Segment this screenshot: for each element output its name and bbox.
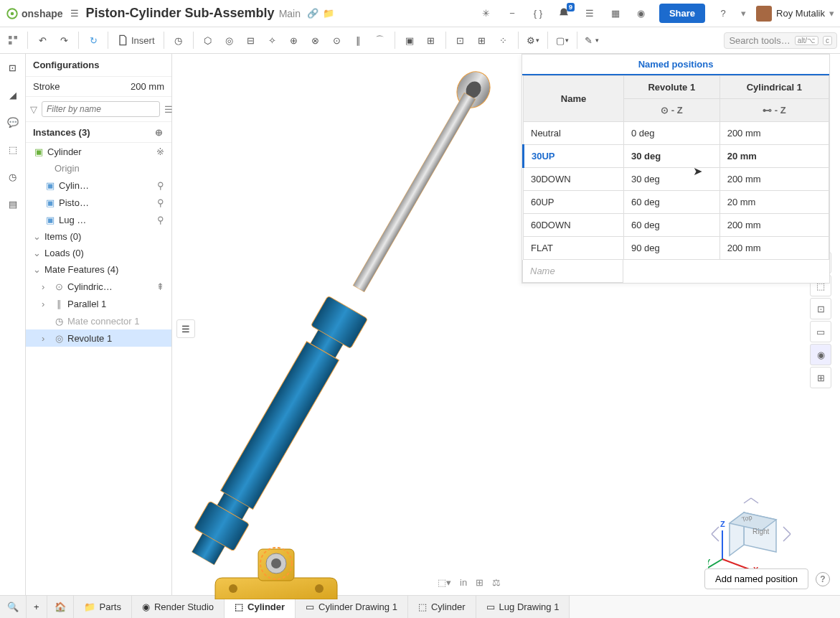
svg-rect-2 bbox=[9, 36, 12, 39]
mate-features-section[interactable]: ⌄ Mate Features (4) bbox=[26, 261, 171, 278]
help-icon[interactable]: ? bbox=[715, 6, 731, 22]
snap-icon[interactable]: ⊡ bbox=[450, 30, 471, 50]
display-icon[interactable]: ▢▾ bbox=[552, 30, 572, 50]
slider-mate-icon[interactable]: ⊟ bbox=[241, 30, 261, 50]
tab-add-icon[interactable]: + bbox=[27, 596, 47, 618]
document-title[interactable]: Piston-Cylinder Sub-Assembly bbox=[86, 6, 275, 21]
undo-icon[interactable]: ↶ bbox=[32, 30, 52, 50]
part-piston[interactable]: ▣ Pisto… ⚲ bbox=[26, 194, 171, 211]
connector-icon: ◷ bbox=[53, 315, 65, 327]
pattern-icon[interactable]: ⁘ bbox=[494, 30, 514, 50]
table-row[interactable]: Neutral0 deg200 mm bbox=[524, 122, 829, 145]
cube-icon[interactable]: ⬡ bbox=[198, 30, 218, 50]
help-icon[interactable]: ? bbox=[816, 572, 830, 586]
table-row[interactable]: 30DOWN30 deg200 mm bbox=[524, 168, 829, 191]
units-icon[interactable]: in bbox=[460, 577, 467, 588]
clock-icon[interactable]: ◷ bbox=[169, 30, 189, 50]
tab-home-icon[interactable]: 🏠 bbox=[47, 596, 74, 618]
mate-cylindrical[interactable]: › ⊙ Cylindric… ⇞ bbox=[26, 278, 171, 295]
bug-icon[interactable]: ✳ bbox=[478, 6, 494, 22]
help-dropdown-icon[interactable]: ▾ bbox=[741, 8, 746, 19]
instance-cylinder[interactable]: ▣ Cylinder ※ bbox=[26, 143, 171, 160]
items-section[interactable]: ⌄ Items (0) bbox=[26, 228, 171, 245]
graphics-canvas[interactable]: ☰ bbox=[172, 54, 840, 595]
tree-origin[interactable]: Origin bbox=[26, 160, 171, 177]
apps-icon[interactable]: ▦ bbox=[608, 6, 623, 22]
svg-rect-10 bbox=[220, 342, 339, 510]
view-camera-icon[interactable]: ⊞ bbox=[810, 367, 831, 388]
revolute-mate-icon[interactable]: ◎ bbox=[220, 30, 240, 50]
dash-icon[interactable]: − bbox=[504, 6, 520, 22]
fixed-icon: ※ bbox=[156, 146, 164, 157]
brand-logo[interactable]: onshape bbox=[6, 7, 63, 20]
grid-icon[interactable]: ⊞ bbox=[476, 577, 483, 588]
relation-icon[interactable]: ⊞ bbox=[421, 30, 441, 50]
redo-icon[interactable]: ↷ bbox=[54, 30, 74, 50]
document-branch[interactable]: Main bbox=[279, 8, 301, 19]
header-bar: onshape ☰ Piston-Cylinder Sub-Assembly M… bbox=[0, 0, 840, 27]
add-instance-icon[interactable]: ⊕ bbox=[153, 126, 164, 138]
view-section-icon[interactable]: ⊡ bbox=[810, 298, 831, 319]
instances-section[interactable]: Instances (3) ⊕ bbox=[26, 122, 171, 143]
refresh-icon[interactable]: ↻ bbox=[83, 30, 103, 50]
cylindrical-icon: ⊙ bbox=[53, 281, 65, 292]
tab-parts[interactable]: 📁Parts bbox=[74, 596, 132, 618]
features-rail-icon[interactable]: ⊡ bbox=[5, 60, 21, 75]
search-tools-input[interactable]: Search tools… alt/⌥ c bbox=[724, 32, 837, 49]
folder-icon[interactable]: 📁 bbox=[321, 6, 336, 22]
link-icon[interactable]: 🔗 bbox=[305, 6, 321, 22]
pin-mate-icon[interactable]: ⊗ bbox=[306, 30, 326, 50]
sheet-rail-icon[interactable]: ▤ bbox=[5, 196, 21, 212]
drawing-icon: ▭ bbox=[306, 601, 314, 612]
tangent-mate-icon[interactable]: ⌒ bbox=[370, 30, 390, 50]
part-cylinder[interactable]: ▣ Cylin… ⚲ bbox=[26, 177, 171, 194]
user-name: Roy Mutalik bbox=[776, 8, 825, 19]
view-hide-icon[interactable]: ▭ bbox=[810, 321, 831, 342]
list-icon[interactable]: ☰ bbox=[582, 6, 598, 22]
mass-icon[interactable]: ⚖ bbox=[492, 577, 501, 588]
mate-revolute[interactable]: › ◎ Revolute 1 bbox=[26, 329, 171, 347]
add-named-position-button[interactable]: Add named position bbox=[704, 568, 808, 589]
cube-display-icon[interactable]: ⬚▾ bbox=[438, 577, 451, 588]
loads-section[interactable]: ⌄ Loads (0) bbox=[26, 245, 171, 261]
branch-icon[interactable]: { } bbox=[530, 6, 546, 22]
tab-search-icon[interactable]: 🔍 bbox=[0, 596, 27, 618]
ball-mate-icon[interactable]: ⊙ bbox=[327, 30, 347, 50]
view-shaded-icon[interactable]: ◉ bbox=[810, 344, 831, 365]
col-revolute: Revolute 1 bbox=[624, 76, 720, 99]
table-row[interactable]: 60UP60 deg20 mm bbox=[524, 191, 829, 214]
measure-icon[interactable]: ✎▾ bbox=[582, 30, 602, 50]
menu-icon[interactable]: ☰ bbox=[70, 8, 79, 19]
replicate-icon[interactable]: ⊞ bbox=[472, 30, 492, 50]
comments-rail-icon[interactable]: 💬 bbox=[5, 114, 21, 130]
new-position-name-input[interactable]: Name bbox=[522, 260, 623, 283]
group-icon[interactable]: ▣ bbox=[400, 30, 420, 50]
cylindrical-mate-icon[interactable]: ⊕ bbox=[284, 30, 304, 50]
part-icon: ▣ bbox=[44, 214, 56, 225]
stroke-config-row[interactable]: Stroke 200 mm bbox=[26, 77, 171, 97]
globe-icon[interactable]: ◉ bbox=[633, 6, 649, 22]
mate-parallel[interactable]: › ∥ Parallel 1 bbox=[26, 295, 171, 312]
part-lug[interactable]: ▣ Lug … ⚲ bbox=[26, 211, 171, 228]
view-cube[interactable]: Right Top Z X Y bbox=[708, 487, 801, 581]
notifications-icon[interactable]: 9 bbox=[556, 6, 572, 22]
piston-model[interactable] bbox=[187, 61, 516, 599]
planar-mate-icon[interactable]: ✧ bbox=[263, 30, 283, 50]
bom-rail-icon[interactable]: ⬚ bbox=[5, 141, 21, 157]
table-row[interactable]: 60DOWN60 deg200 mm bbox=[524, 214, 829, 237]
config-tool-icon[interactable] bbox=[3, 30, 23, 50]
appearance-rail-icon[interactable]: ◢ bbox=[5, 87, 21, 103]
mate-connector[interactable]: ◷ Mate connector 1 bbox=[26, 312, 171, 329]
share-button[interactable]: Share bbox=[659, 4, 705, 23]
col-cylindrical: Cylindrical 1 bbox=[719, 76, 829, 99]
insert-button[interactable]: Insert bbox=[113, 30, 159, 50]
chevron-right-icon: › bbox=[42, 299, 50, 309]
parallel-mate-icon[interactable]: ∥ bbox=[349, 30, 369, 50]
gear-icon[interactable]: ⚙▾ bbox=[523, 30, 543, 50]
filter-icon[interactable]: ▽ bbox=[30, 103, 37, 115]
filter-input[interactable] bbox=[42, 101, 160, 117]
timer-rail-icon[interactable]: ◷ bbox=[5, 169, 21, 184]
table-row[interactable]: FLAT90 deg200 mm bbox=[524, 237, 829, 260]
user-menu[interactable]: Roy Mutalik ▾ bbox=[756, 6, 834, 22]
table-row[interactable]: 30UP30 deg20 mm bbox=[524, 145, 829, 168]
